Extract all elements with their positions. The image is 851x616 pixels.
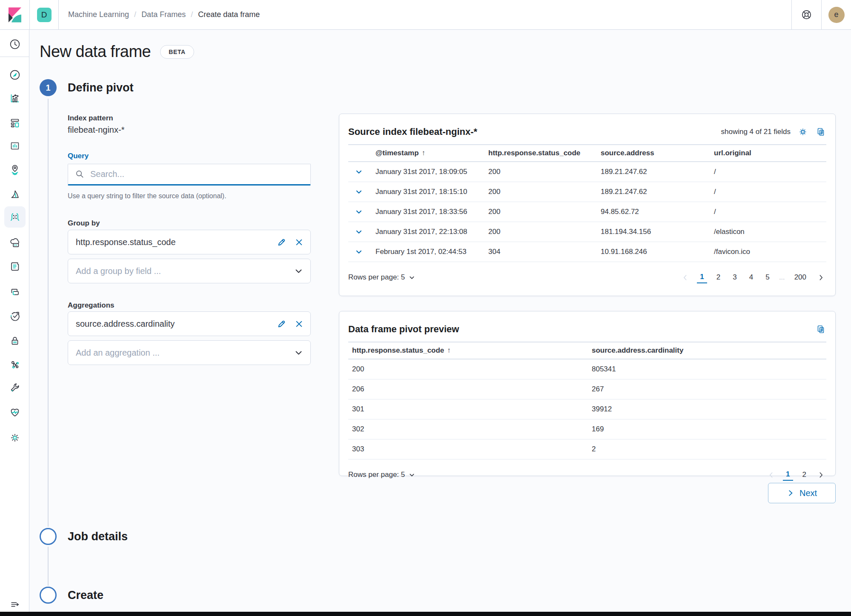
help-life-ring-icon	[800, 8, 813, 21]
remove-group-by-button[interactable]	[295, 239, 303, 246]
expand-row-button[interactable]	[355, 228, 363, 236]
column-header-timestamp[interactable]: @timestamp↑	[375, 149, 488, 157]
column-settings-button[interactable]	[797, 126, 808, 137]
breadcrumb-current: Create data frame	[198, 10, 260, 19]
nav-infrastructure[interactable]	[8, 236, 22, 250]
step-2-indicator	[40, 528, 57, 545]
expand-row-button[interactable]	[355, 208, 363, 216]
next-button[interactable]: Next	[768, 483, 836, 503]
column-header-status-code[interactable]: http.response.status_code↑	[348, 346, 588, 355]
previous-page-button[interactable]	[680, 274, 691, 281]
page-number[interactable]: 2	[713, 272, 723, 283]
nav-visualize[interactable]	[8, 91, 22, 105]
query-help-text: Use a query string to filter the source …	[68, 192, 226, 200]
remove-aggregation-button[interactable]	[295, 320, 303, 328]
logs-scroll-icon	[9, 260, 21, 273]
chevron-left-icon	[682, 274, 689, 281]
help-button[interactable]	[792, 0, 821, 30]
sort-ascending-icon: ↑	[447, 346, 451, 355]
space-badge[interactable]: D	[37, 8, 52, 22]
user-menu-button[interactable]: e	[822, 0, 851, 30]
edit-group-by-button[interactable]	[277, 238, 286, 247]
chevron-down-icon	[295, 267, 303, 275]
page-number[interactable]: 3	[730, 272, 739, 283]
dashboard-icon	[9, 116, 21, 129]
chevron-down-icon	[355, 168, 363, 176]
add-group-by-select[interactable]: Add a group by field ...	[68, 259, 311, 283]
add-aggregation-select[interactable]: Add an aggregation ...	[68, 340, 311, 365]
collapse-navigation-button[interactable]	[8, 598, 22, 611]
kibana-logo[interactable]	[0, 0, 29, 30]
table-row: February 1st 2017, 02:44:53 304 10.91.16…	[348, 242, 826, 262]
nav-recently-viewed[interactable]	[8, 37, 22, 51]
next-page-button[interactable]	[816, 274, 826, 281]
breadcrumb-data-frames[interactable]: Data Frames	[141, 10, 186, 19]
collapse-menu-icon	[9, 599, 21, 610]
nav-dev-tools[interactable]	[8, 381, 22, 394]
edit-aggregation-button[interactable]	[277, 319, 286, 328]
nav-code[interactable]	[8, 285, 22, 299]
page-number[interactable]: 5	[762, 272, 772, 283]
expand-row-button[interactable]	[355, 248, 363, 256]
nav-machine-learning-active[interactable]	[8, 210, 22, 224]
clock-icon	[9, 38, 21, 51]
page-number[interactable]: 1	[697, 271, 707, 283]
source-index-panel: Source index filebeat-nginx-* showing 4 …	[339, 114, 836, 296]
nav-siem[interactable]	[8, 334, 22, 348]
nav-dashboard[interactable]	[8, 116, 22, 129]
avatar[interactable]: e	[828, 7, 845, 23]
column-header-url-original[interactable]: url.original	[714, 149, 826, 157]
nav-apm[interactable]	[8, 187, 22, 201]
page-number[interactable]: 200	[791, 272, 809, 283]
nav-discover[interactable]	[8, 68, 22, 82]
column-header-status-code[interactable]: http.response.status_code	[488, 149, 601, 157]
table-row: 200 805341	[348, 359, 826, 379]
lock-icon	[9, 334, 21, 347]
gear-icon	[9, 431, 21, 444]
canvas-icon	[9, 140, 21, 152]
step-connector-line	[48, 99, 49, 527]
pencil-icon	[277, 238, 286, 247]
page-number[interactable]: 1	[783, 469, 793, 481]
nav-management[interactable]	[8, 431, 22, 445]
previous-page-button[interactable]	[766, 471, 777, 479]
source-index-pagination: 1 2 3 4 5 … 200	[680, 271, 826, 283]
table-row: 302 169	[348, 419, 826, 439]
expand-row-button[interactable]	[355, 188, 363, 196]
rows-per-page-selector[interactable]: Rows per page: 5	[348, 273, 415, 282]
chevron-down-icon	[295, 349, 303, 357]
column-header-source-address[interactable]: source.address	[601, 149, 714, 157]
table-row: January 31st 2017, 18:15:10 200 189.21.2…	[348, 182, 826, 202]
index-pattern-value: filebeat-nginx-*	[68, 125, 124, 135]
group-by-item: http.response.status_code	[68, 230, 311, 254]
column-header-cardinality[interactable]: source.address.cardinality	[588, 346, 826, 355]
space-selector[interactable]: D	[30, 8, 58, 22]
nav-monitoring[interactable]	[8, 405, 22, 419]
query-search-input[interactable]	[90, 169, 304, 179]
table-row: 301 39912	[348, 399, 826, 419]
chevron-left-icon	[768, 471, 775, 479]
next-page-button[interactable]	[816, 471, 826, 479]
nav-canvas[interactable]	[8, 139, 22, 153]
copy-to-clipboard-button[interactable]	[815, 126, 826, 137]
rows-per-page-selector[interactable]: Rows per page: 5	[348, 471, 415, 479]
expand-row-button[interactable]	[355, 168, 363, 176]
step-1-label: Define pivot	[68, 81, 134, 94]
search-icon	[75, 169, 85, 179]
machine-learning-icon	[9, 211, 21, 223]
page-number[interactable]: 2	[799, 469, 809, 480]
index-pattern-label: Index pattern	[68, 114, 113, 123]
nav-graph[interactable]	[8, 358, 22, 371]
nav-logs[interactable]	[8, 260, 22, 273]
breadcrumb-machine-learning[interactable]: Machine Learning	[68, 10, 129, 19]
add-aggregation-placeholder: Add an aggregation ...	[76, 348, 295, 358]
nav-uptime[interactable]	[8, 309, 22, 323]
copy-to-clipboard-button[interactable]	[815, 324, 826, 335]
step-2-label: Job details	[68, 530, 128, 543]
page-number[interactable]: 4	[746, 272, 756, 283]
nav-maps[interactable]	[8, 163, 22, 177]
uptime-check-icon	[9, 310, 21, 322]
pivot-preview-title: Data frame pivot preview	[348, 324, 459, 335]
table-row: January 31st 2017, 18:33:56 200 94.85.62…	[348, 202, 826, 222]
add-group-by-placeholder: Add a group by field ...	[76, 266, 295, 276]
